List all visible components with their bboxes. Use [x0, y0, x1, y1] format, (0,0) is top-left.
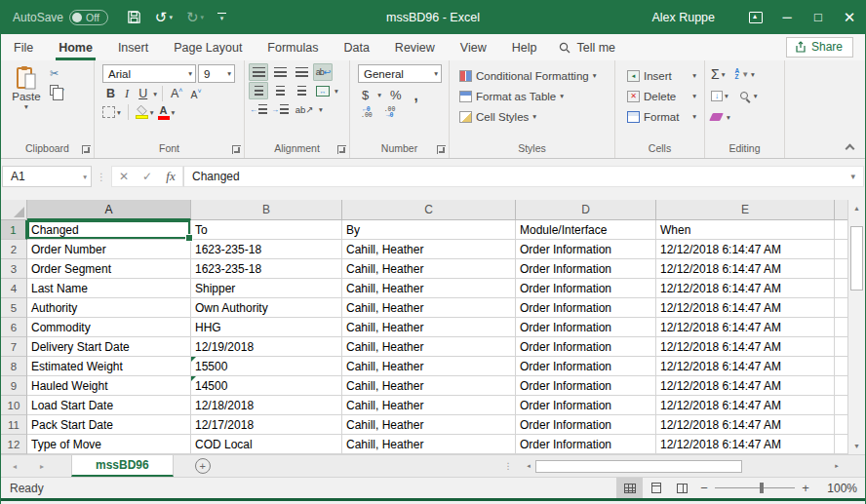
cell-D1[interactable]: Module/Interface — [516, 220, 656, 240]
cell-B9[interactable]: 14500 — [191, 376, 342, 396]
tab-scroll-splitter[interactable]: ⋮ — [496, 455, 520, 477]
row-header-3[interactable]: 3 — [1, 259, 27, 279]
next-sheet-icon[interactable]: ▸ — [28, 455, 56, 477]
conditional-formatting-button[interactable]: Conditional Formatting▾ — [455, 65, 610, 86]
sort-filter-button[interactable]: AZ▼▾ — [734, 68, 754, 80]
align-left-button[interactable] — [249, 82, 268, 99]
cell-C6[interactable]: Cahill, Heather — [342, 318, 516, 337]
cell-C10[interactable]: Cahill, Heather — [342, 396, 516, 415]
scroll-up-icon[interactable]: ▲ — [848, 200, 865, 216]
column-header-D[interactable]: D — [516, 200, 656, 220]
tell-me-box[interactable]: Tell me — [549, 34, 625, 60]
zoom-level[interactable]: 100% — [814, 482, 857, 495]
row-header-5[interactable]: 5 — [1, 298, 27, 318]
cell-D4[interactable]: Order Information — [516, 279, 656, 298]
collapse-ribbon-button[interactable] — [846, 144, 855, 154]
cell-B4[interactable]: Shipper — [191, 279, 342, 298]
tab-file[interactable]: File — [1, 34, 46, 60]
scroll-right-icon[interactable]: ▸ — [830, 462, 844, 470]
cell-E6[interactable]: 12/12/2018 6:14:47 AM — [656, 318, 835, 337]
row-header-1[interactable]: 1 — [1, 220, 27, 240]
horizontal-scroll-thumb[interactable] — [535, 460, 742, 473]
clear-button[interactable]: ▾ — [711, 113, 730, 122]
cell-D10[interactable]: Order Information — [516, 396, 656, 415]
cell-B7[interactable]: 12/19/2018 — [191, 337, 342, 357]
cell-B2[interactable]: 1623-235-18 — [191, 240, 342, 259]
column-header-A[interactable]: A — [27, 200, 191, 220]
row-header-7[interactable]: 7 — [1, 337, 27, 357]
customize-qat-button[interactable]: ▾ — [213, 11, 231, 24]
cell-C11[interactable]: Cahill, Heather — [342, 415, 516, 435]
tab-insert[interactable]: Insert — [105, 34, 161, 60]
cell-E7[interactable]: 12/12/2018 6:14:47 AM — [656, 337, 835, 357]
cell-E3[interactable]: 12/12/2018 6:14:47 AM — [656, 259, 835, 279]
cell-A4[interactable]: Last Name — [27, 279, 191, 298]
middle-align-button[interactable] — [270, 63, 290, 81]
bottom-align-button[interactable] — [292, 63, 311, 81]
share-button[interactable]: Share — [786, 37, 853, 58]
tab-review[interactable]: Review — [382, 34, 448, 60]
cell-A3[interactable]: Order Segment — [27, 259, 191, 279]
find-select-button[interactable]: ▾ — [740, 92, 758, 100]
name-box[interactable]: A1▾ — [2, 166, 92, 187]
cell-C3[interactable]: Cahill, Heather — [342, 259, 516, 279]
cell-A7[interactable]: Delivery Start Date — [27, 337, 191, 357]
increase-font-button[interactable]: A˄ — [168, 87, 185, 100]
increase-decimal-button[interactable]: ←0.00 — [358, 107, 375, 119]
cell-A12[interactable]: Type of Move — [27, 435, 191, 454]
row-header-4[interactable]: 4 — [1, 279, 27, 298]
column-header-E[interactable]: E — [656, 200, 835, 220]
autosave-toggle[interactable]: AutoSave Off — [13, 10, 108, 25]
cell-A5[interactable]: Authority — [27, 298, 191, 318]
scroll-down-icon[interactable]: ▼ — [848, 438, 865, 454]
cell-A1[interactable]: Changed — [27, 220, 191, 240]
sheet-tab-mssbd96[interactable]: mssBD96 — [71, 455, 174, 477]
top-align-button[interactable] — [249, 63, 268, 81]
increase-indent-button[interactable]: → — [270, 100, 290, 118]
tab-home[interactable]: Home — [46, 34, 105, 60]
formula-input[interactable]: Changed▾ — [183, 166, 864, 187]
cell-E9[interactable]: 12/12/2018 6:14:47 AM — [656, 376, 835, 396]
cell-A6[interactable]: Commodity — [27, 318, 191, 337]
format-cells-button[interactable]: Format▾ — [623, 106, 700, 127]
paste-caret-icon[interactable]: ▾ — [24, 102, 28, 111]
delete-cells-button[interactable]: ✕Delete▾ — [623, 86, 700, 106]
underline-button[interactable]: U — [135, 87, 151, 100]
cell-E4[interactable]: 12/12/2018 6:14:47 AM — [656, 279, 835, 298]
currency-button[interactable]: $ — [358, 88, 373, 102]
cell-D8[interactable]: Order Information — [516, 357, 656, 376]
tab-data[interactable]: Data — [331, 34, 381, 60]
user-name[interactable]: Alex Ruppe — [651, 11, 715, 24]
zoom-out-button[interactable]: − — [695, 481, 713, 495]
normal-view-button[interactable] — [616, 478, 643, 498]
orientation-button[interactable]: ab↗ — [292, 100, 317, 118]
cell-C7[interactable]: Cahill, Heather — [342, 337, 516, 357]
prev-sheet-icon[interactable]: ◂ — [1, 455, 28, 477]
tab-view[interactable]: View — [448, 34, 499, 60]
row-header-12[interactable]: 12 — [1, 435, 27, 454]
column-header-B[interactable]: B — [191, 200, 342, 220]
tab-formulas[interactable]: Formulas — [255, 34, 331, 60]
underline-caret-icon[interactable]: ▾ — [153, 90, 157, 98]
redo-button[interactable]: ↻▾ — [181, 7, 209, 28]
cell-E11[interactable]: 12/12/2018 6:14:47 AM — [656, 415, 835, 435]
vertical-scroll-thumb[interactable] — [850, 226, 863, 291]
zoom-in-button[interactable]: + — [797, 481, 814, 495]
row-header-6[interactable]: 6 — [1, 318, 27, 337]
zoom-slider-thumb[interactable] — [760, 483, 764, 493]
clipboard-dialog-launcher[interactable] — [82, 145, 91, 154]
borders-button[interactable]: ▾ — [102, 106, 121, 118]
cell-D7[interactable]: Order Information — [516, 337, 656, 357]
row-header-10[interactable]: 10 — [1, 396, 27, 415]
cell-D9[interactable]: Order Information — [516, 376, 656, 396]
copy-button[interactable]: ▾ — [50, 85, 64, 96]
cell-C1[interactable]: By — [342, 220, 516, 240]
cell-E10[interactable]: 12/12/2018 6:14:47 AM — [656, 396, 835, 415]
page-layout-view-button[interactable] — [643, 478, 669, 498]
cell-styles-button[interactable]: Cell Styles▾ — [455, 106, 610, 127]
cell-B1[interactable]: To — [191, 220, 342, 240]
cell-E1[interactable]: When — [656, 220, 835, 240]
cell-C9[interactable]: Cahill, Heather — [342, 376, 516, 396]
cell-B5[interactable]: Own Authority — [191, 298, 342, 318]
tab-help[interactable]: Help — [499, 34, 550, 60]
